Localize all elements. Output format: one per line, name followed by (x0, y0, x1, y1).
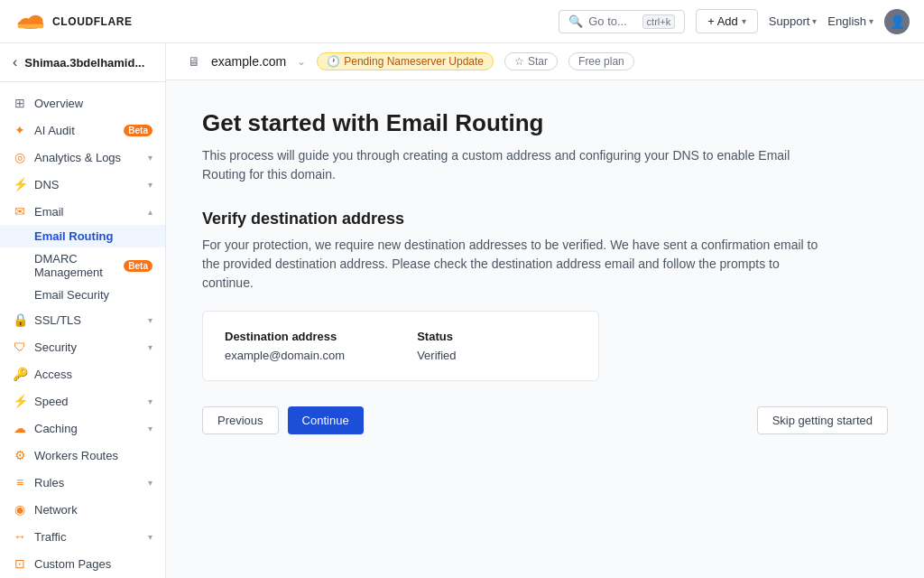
beta-badge: Beta (124, 125, 152, 136)
search-icon: 🔍 (568, 14, 583, 28)
speed-caret-icon: ▾ (148, 396, 152, 406)
sidebar-item-caching[interactable]: ☁ Caching ▾ (0, 415, 165, 442)
dmarc-beta-badge: Beta (124, 260, 152, 272)
sidebar-item-label: DNS (34, 178, 141, 191)
sidebar-item-dns[interactable]: ⚡ DNS ▾ (0, 171, 165, 198)
sidebar-item-ssl-tls[interactable]: 🔒 SSL/TLS ▾ (0, 306, 165, 333)
sidebar-nav: ⊞ Overview ✦ AI Audit Beta ◎ Analytics &… (0, 82, 165, 578)
pending-badge-label: Pending Nameserver Update (344, 55, 484, 68)
search-shortcut: ctrl+k (642, 14, 676, 29)
main-layout: ‹ Shimaa.3bdelhamid... ⊞ Overview ✦ AI A… (0, 43, 924, 578)
email-icon: ✉ (13, 204, 27, 219)
sidebar-item-access[interactable]: 🔑 Access (0, 360, 165, 387)
dns-icon: ⚡ (13, 177, 27, 191)
page-description: This process will guide you through crea… (202, 146, 834, 184)
network-icon: ◉ (13, 502, 27, 517)
action-bar: Previous Continue Skip getting started (202, 406, 888, 434)
cloudflare-icon (14, 12, 47, 32)
sidebar-item-traffic[interactable]: ↔ Traffic ▾ (0, 523, 165, 550)
ssl-caret-icon: ▾ (148, 315, 152, 325)
support-caret-icon: ▾ (812, 16, 817, 26)
support-menu[interactable]: Support ▾ (769, 14, 818, 28)
language-menu[interactable]: English ▾ (827, 14, 873, 28)
ai-audit-icon: ✦ (13, 123, 27, 137)
dmarc-label: DMARC Management (34, 252, 118, 279)
clock-icon: 🕐 (327, 55, 340, 68)
language-label: English (827, 14, 866, 28)
sidebar-item-rules[interactable]: ≡ Rules ▾ (0, 469, 165, 496)
sidebar-item-ai-audit[interactable]: ✦ AI Audit Beta (0, 117, 165, 144)
add-caret-icon: ▾ (742, 16, 746, 26)
sidebar-item-speed[interactable]: ⚡ Speed ▾ (0, 387, 165, 415)
rules-caret-icon: ▾ (148, 478, 152, 488)
action-left: Previous Continue (202, 406, 364, 434)
star-label: Star (528, 55, 548, 68)
domain-chevron-icon[interactable]: ⌄ (297, 55, 306, 68)
sidebar-item-security[interactable]: 🛡 Security ▾ (0, 333, 165, 360)
sidebar-item-label: Email (34, 205, 141, 219)
analytics-caret-icon: ▾ (148, 153, 152, 163)
sidebar-item-workers-routes[interactable]: ⚙ Workers Routes (0, 442, 165, 469)
add-label: + Add (707, 14, 738, 28)
domain-name: example.com (211, 54, 286, 69)
plan-badge: Free plan (568, 52, 634, 70)
speed-icon: ⚡ (13, 394, 27, 408)
security-caret-icon: ▾ (148, 342, 152, 352)
content-area: 🖥 example.com ⌄ 🕐 Pending Nameserver Upd… (166, 43, 924, 578)
dns-caret-icon: ▾ (148, 180, 152, 190)
sidebar-item-overview[interactable]: ⊞ Overview (0, 89, 165, 117)
sidebar-item-analytics-logs[interactable]: ◎ Analytics & Logs ▾ (0, 144, 165, 171)
domain-icon: 🖥 (188, 54, 200, 69)
sidebar-item-label: AI Audit (34, 124, 116, 137)
analytics-icon: ◎ (13, 150, 27, 164)
logo-text: CLOUDFLARE (52, 15, 133, 28)
email-caret-icon: ▴ (148, 207, 152, 217)
sidebar-item-email-security[interactable]: Email Security (0, 284, 165, 306)
user-icon: 👤 (890, 14, 905, 29)
sidebar-item-label: Custom Pages (34, 557, 152, 571)
security-icon: 🛡 (13, 340, 27, 354)
back-icon: ‹ (13, 54, 17, 70)
workers-icon: ⚙ (13, 448, 27, 462)
rules-icon: ≡ (13, 475, 27, 489)
navbar: CLOUDFLARE 🔍 Go to... ctrl+k + Add ▾ Sup… (0, 0, 924, 43)
destination-card: Destination address example@domain.com S… (202, 311, 599, 381)
domain-bar: 🖥 example.com ⌄ 🕐 Pending Nameserver Upd… (166, 43, 924, 80)
sidebar: ‹ Shimaa.3bdelhamid... ⊞ Overview ✦ AI A… (0, 43, 166, 578)
ssl-icon: 🔒 (13, 312, 27, 327)
star-icon: ☆ (514, 55, 524, 68)
overview-icon: ⊞ (13, 96, 27, 110)
sidebar-item-label: Network (34, 503, 152, 517)
sidebar-item-label: SSL/TLS (34, 313, 141, 327)
destination-address-label: Destination address (225, 330, 345, 343)
global-search[interactable]: 🔍 Go to... ctrl+k (559, 10, 685, 33)
sidebar-item-label: Speed (34, 395, 141, 408)
caching-icon: ☁ (13, 421, 27, 435)
traffic-caret-icon: ▾ (148, 532, 152, 542)
pending-nameserver-badge: 🕐 Pending Nameserver Update (317, 52, 494, 70)
sidebar-item-email[interactable]: ✉ Email ▴ (0, 198, 165, 225)
star-button[interactable]: ☆ Star (504, 52, 558, 70)
language-caret-icon: ▾ (869, 16, 873, 26)
support-label: Support (769, 14, 810, 28)
verify-section-description: For your protection, we require new dest… (202, 236, 834, 293)
sidebar-item-network[interactable]: ◉ Network (0, 496, 165, 523)
status-value: Verified (417, 349, 456, 362)
sidebar-item-label: Access (34, 368, 152, 381)
sidebar-item-custom-pages[interactable]: ⊡ Custom Pages (0, 550, 165, 577)
skip-getting-started-button[interactable]: Skip getting started (757, 406, 888, 434)
previous-button[interactable]: Previous (202, 406, 279, 434)
add-button[interactable]: + Add ▾ (696, 9, 758, 33)
page-content: Get started with Email Routing This proc… (166, 80, 924, 578)
sidebar-item-email-routing[interactable]: Email Routing (0, 225, 165, 247)
caching-caret-icon: ▾ (148, 424, 152, 434)
sidebar-item-dmarc-management[interactable]: DMARC Management Beta (0, 247, 165, 284)
sidebar-item-label: Caching (34, 422, 141, 435)
continue-button[interactable]: Continue (288, 406, 364, 434)
account-switcher[interactable]: ‹ Shimaa.3bdelhamid... (0, 43, 165, 82)
sidebar-item-label: Traffic (34, 530, 141, 544)
email-security-label: Email Security (34, 288, 109, 302)
user-menu[interactable]: 👤 (884, 9, 910, 34)
custom-pages-icon: ⊡ (13, 556, 27, 571)
sidebar-item-label: Security (34, 340, 141, 354)
